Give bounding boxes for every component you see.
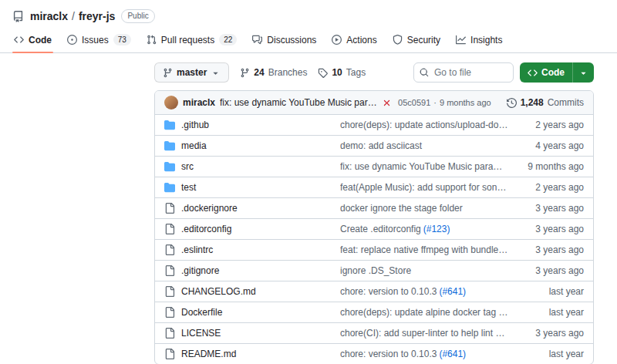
commit-time: 4 years ago xyxy=(518,140,584,151)
file-name-link[interactable]: test xyxy=(181,182,196,193)
commits-count: 1,248 xyxy=(521,97,544,108)
folder-icon xyxy=(164,182,175,193)
tab-discussions[interactable]: Discussions xyxy=(246,30,322,52)
commit-message-text: chore(deps): update alpine docker tag to… xyxy=(340,307,518,318)
file-icon xyxy=(164,286,175,297)
tab-code[interactable]: Code xyxy=(8,30,58,52)
go-to-file xyxy=(413,62,514,83)
pr-link[interactable]: (#641) xyxy=(439,286,466,297)
folder-icon xyxy=(164,140,175,151)
table-row: .dockerignoredocker ignore the stage fol… xyxy=(155,197,593,218)
file-icon xyxy=(164,203,175,214)
latest-commit-bar: miraclx fix: use dynamic YouTube Music p… xyxy=(155,91,593,114)
commit-message-link[interactable]: chore(deps): update alpine docker tag to… xyxy=(340,307,518,318)
repo-toolbar: master 24 Branches 10 Tags xyxy=(154,62,594,83)
history-icon xyxy=(507,98,517,108)
pull-requests-count-badge: 22 xyxy=(219,34,237,46)
commit-message-link[interactable]: feat(Apple Music): add support for song-… xyxy=(340,182,518,193)
latest-commit-summary: miraclx fix: use dynamic YouTube Music p… xyxy=(164,96,392,110)
commit-message-link[interactable]: fix: use dynamic YouTube Music params (#… xyxy=(220,97,377,108)
file-name-link[interactable]: CHANGELOG.md xyxy=(181,286,256,297)
table-row: .editorconfigCreate .editorconfig(#123)3… xyxy=(155,218,593,239)
commit-message-text: feat(Apple Music): add support for song-… xyxy=(340,182,518,193)
file-name-link[interactable]: src xyxy=(181,161,194,172)
commit-message-link[interactable]: docker ignore the stage folder xyxy=(340,203,518,214)
commit-sha-link[interactable]: 05c0591 xyxy=(398,98,430,107)
file-name-cell: LICENSE xyxy=(164,328,340,339)
tab-label: Insights xyxy=(470,35,502,46)
commit-history-link[interactable]: 1,248 Commits xyxy=(507,97,584,108)
git-pull-request-icon xyxy=(147,35,157,45)
tab-label: Code xyxy=(29,35,52,46)
file-name-link[interactable]: .github xyxy=(181,120,209,130)
file-name-cell: test xyxy=(164,182,340,193)
tags-link[interactable]: 10 Tags xyxy=(318,67,366,78)
file-name-link[interactable]: README.md xyxy=(181,349,236,359)
commit-message-link[interactable]: chore: version to 0.10.3(#641) xyxy=(340,286,518,297)
comment-discussion-icon xyxy=(252,35,262,45)
visibility-badge: Public xyxy=(121,9,154,23)
folder-icon xyxy=(164,120,175,130)
code-button-label: Code xyxy=(541,67,565,78)
file-name-cell: README.md xyxy=(164,349,340,359)
file-name-link[interactable]: .eslintrc xyxy=(181,244,213,255)
branch-selector[interactable]: master xyxy=(154,62,229,83)
commit-message-link[interactable]: ignore .DS_Store xyxy=(340,265,518,276)
tab-issues[interactable]: Issues 73 xyxy=(61,29,137,52)
commits-label: Commits xyxy=(548,97,584,108)
pr-link[interactable]: (#641) xyxy=(439,349,466,359)
code-button-main[interactable]: Code xyxy=(520,62,572,83)
commit-message-link[interactable]: chore: version to 0.10.3(#641) xyxy=(340,349,518,359)
file-icon xyxy=(164,328,175,339)
commit-message-text: chore: version to 0.10.3 xyxy=(340,349,437,359)
file-icon xyxy=(164,265,175,276)
commit-message-link[interactable]: Create .editorconfig(#123) xyxy=(340,224,518,234)
folder-icon xyxy=(164,161,175,172)
commit-time: last year xyxy=(518,286,584,297)
file-name-cell: .github xyxy=(164,120,340,130)
file-name-link[interactable]: Dockerfile xyxy=(181,307,222,318)
code-button[interactable]: Code xyxy=(520,62,594,83)
branches-count: 24 xyxy=(254,67,264,78)
tab-pull-requests[interactable]: Pull requests 22 xyxy=(140,29,244,52)
file-name-link[interactable]: .dockerignore xyxy=(181,203,238,214)
repo-name-link[interactable]: freyr-js xyxy=(79,10,115,22)
tab-security[interactable]: Security xyxy=(386,30,447,52)
tags-count: 10 xyxy=(332,67,342,78)
file-name-link[interactable]: media xyxy=(181,140,207,151)
table-row: testfeat(Apple Music): add support for s… xyxy=(155,177,593,197)
branch-name: master xyxy=(177,67,207,78)
file-icon xyxy=(164,224,175,234)
code-button-dropdown[interactable] xyxy=(572,62,594,83)
pr-link[interactable]: (#722) xyxy=(507,161,518,172)
tab-actions[interactable]: Actions xyxy=(325,30,383,52)
file-name-cell: media xyxy=(164,140,340,151)
commit-message-link[interactable]: fix: use dynamic YouTube Music params(#7… xyxy=(340,161,518,172)
commit-time: 3 years ago xyxy=(518,265,584,276)
branches-link[interactable]: 24 Branches xyxy=(240,67,307,78)
tags-label: Tags xyxy=(346,67,366,78)
table-row: .gitignoreignore .DS_Store3 years ago xyxy=(155,260,593,281)
file-name-link[interactable]: LICENSE xyxy=(181,328,221,339)
pr-link[interactable]: (#123) xyxy=(423,224,450,234)
tab-insights[interactable]: Insights xyxy=(450,30,508,52)
commit-time: last year xyxy=(518,307,584,318)
issue-opened-icon xyxy=(67,35,77,45)
commit-author-link[interactable]: miraclx xyxy=(183,97,215,108)
avatar[interactable] xyxy=(164,96,178,110)
file-name-cell: .dockerignore xyxy=(164,203,340,214)
commit-time: last year xyxy=(518,349,584,359)
tab-label: Issues xyxy=(82,35,109,46)
file-name-link[interactable]: .gitignore xyxy=(181,265,219,276)
status-failed-icon[interactable] xyxy=(382,98,392,108)
repo-owner-link[interactable]: miraclx xyxy=(30,10,68,22)
commit-message-link[interactable]: demo: add asciicast xyxy=(340,140,518,151)
table-row: srcfix: use dynamic YouTube Music params… xyxy=(155,156,593,177)
table-row: CHANGELOG.mdchore: version to 0.10.3(#64… xyxy=(155,281,593,302)
commit-message-link[interactable]: feat: replace native ffmpeg with bundled… xyxy=(340,244,518,255)
git-branch-icon xyxy=(163,68,173,78)
meta-separator: · xyxy=(433,98,437,107)
file-name-link[interactable]: .editorconfig xyxy=(181,224,231,234)
commit-message-link[interactable]: chore(CI): add super-linter to help lint… xyxy=(340,328,518,339)
commit-message-link[interactable]: chore(deps): update actions/upload-downl… xyxy=(340,120,518,130)
